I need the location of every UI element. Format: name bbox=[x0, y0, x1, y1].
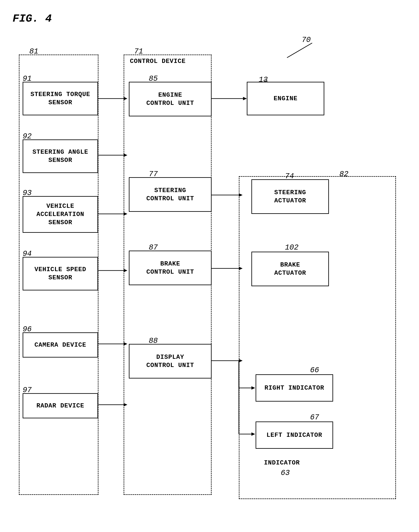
svg-marker-4 bbox=[124, 153, 127, 157]
svg-marker-6 bbox=[124, 212, 127, 216]
engine-control-unit-box: ENGINECONTROL UNIT bbox=[129, 82, 212, 116]
svg-marker-10 bbox=[124, 342, 127, 346]
svg-marker-2 bbox=[124, 97, 127, 100]
svg-marker-26 bbox=[251, 432, 255, 436]
steering-angle-sensor-label: STEERING ANGLESENSOR bbox=[32, 148, 88, 164]
vehicle-acceleration-sensor-label: VEHICLEACCELERATIONSENSOR bbox=[37, 202, 84, 227]
ref-63: 63 bbox=[281, 469, 290, 477]
steering-actuator-box: STEERINGACTUATOR bbox=[251, 179, 329, 214]
radar-device-box: RADAR DEVICE bbox=[23, 393, 98, 418]
camera-device-box: CAMERA DEVICE bbox=[23, 332, 98, 357]
brake-control-unit-label: BRAKECONTROL UNIT bbox=[146, 260, 194, 276]
svg-line-0 bbox=[287, 43, 312, 58]
svg-marker-20 bbox=[239, 359, 243, 362]
svg-marker-8 bbox=[124, 269, 127, 272]
engine-label: ENGINE bbox=[274, 95, 298, 103]
brake-control-unit-box: BRAKECONTROL UNIT bbox=[129, 251, 212, 285]
ref-102: 102 bbox=[285, 243, 299, 252]
radar-device-label: RADAR DEVICE bbox=[37, 402, 84, 410]
display-control-unit-label: DISPLAYCONTROL UNIT bbox=[146, 353, 194, 369]
brake-actuator-label: BRAKEACTUATOR bbox=[274, 261, 306, 277]
ref-67: 67 bbox=[310, 413, 319, 422]
camera-device-label: CAMERA DEVICE bbox=[34, 341, 86, 349]
display-control-unit-box: DISPLAYCONTROL UNIT bbox=[129, 344, 212, 379]
brake-actuator-box: BRAKEACTUATOR bbox=[251, 252, 329, 286]
svg-marker-18 bbox=[239, 267, 243, 270]
vehicle-acceleration-sensor-box: VEHICLEACCELERATIONSENSOR bbox=[23, 196, 98, 233]
steering-torque-sensor-box: STEERING TORQUESENSOR bbox=[23, 82, 98, 115]
right-indicator-label: RIGHT INDICATOR bbox=[264, 384, 324, 392]
steering-angle-sensor-box: STEERING ANGLESENSOR bbox=[23, 139, 98, 173]
svg-marker-14 bbox=[243, 97, 247, 100]
steering-actuator-label: STEERINGACTUATOR bbox=[274, 189, 306, 205]
indicator-label: INDICATOR bbox=[264, 459, 300, 466]
vehicle-speed-sensor-box: VEHICLE SPEEDSENSOR bbox=[23, 257, 98, 290]
left-indicator-label: LEFT INDICATOR bbox=[266, 431, 322, 439]
ref-66: 66 bbox=[310, 366, 319, 375]
svg-marker-16 bbox=[239, 193, 243, 197]
steering-torque-sensor-label: STEERING TORQUESENSOR bbox=[30, 90, 90, 107]
steering-control-unit-box: STEERINGCONTROL UNIT bbox=[129, 177, 212, 212]
vehicle-speed-sensor-label: VEHICLE SPEEDSENSOR bbox=[34, 265, 86, 282]
right-indicator-box: RIGHT INDICATOR bbox=[256, 374, 333, 402]
svg-marker-23 bbox=[251, 386, 255, 390]
svg-marker-12 bbox=[124, 403, 127, 406]
steering-control-unit-label: STEERINGCONTROL UNIT bbox=[146, 186, 194, 203]
left-indicator-box: LEFT INDICATOR bbox=[256, 422, 333, 449]
engine-control-unit-label: ENGINECONTROL UNIT bbox=[146, 91, 194, 107]
engine-box: ENGINE bbox=[247, 82, 324, 115]
